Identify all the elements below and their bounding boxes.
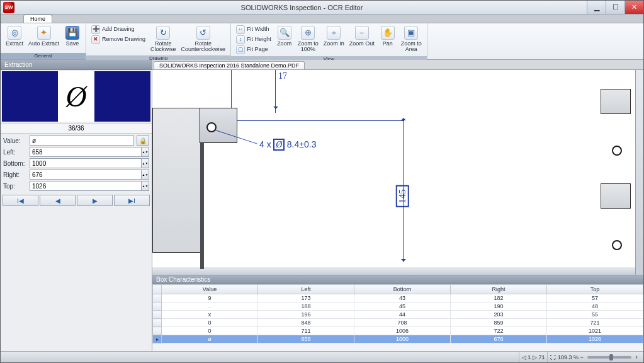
right-bracket-2 (601, 183, 631, 209)
remove-drawing-icon: ✖ (91, 35, 100, 44)
fit-width-button[interactable]: ↔Fit Width (234, 25, 274, 35)
zoom-slider[interactable] (587, 356, 631, 359)
cell[interactable]: 1026 (547, 335, 643, 343)
col-left[interactable]: Left (258, 285, 354, 294)
page-prev-icon[interactable]: ◁ (522, 354, 526, 360)
zoom-button[interactable]: 🔍Zoom (274, 25, 295, 48)
nav-last-button[interactable]: ▶Ⅰ (114, 195, 150, 206)
left-spinner[interactable]: ▲▼ (142, 147, 149, 157)
tab-home[interactable]: Home (23, 14, 52, 23)
add-drawing-button[interactable]: ➕Add Drawing (89, 25, 148, 35)
zoom-in-button[interactable]: ＋Zoom In (321, 25, 347, 48)
top-label: Top: (3, 183, 30, 190)
fit-height-button[interactable]: ↕Fit Height (234, 35, 274, 45)
cell[interactable]: x (162, 311, 258, 319)
cell[interactable]: 859 (451, 319, 547, 327)
fit-page-icon: ▢ (236, 45, 245, 54)
table-row[interactable]: ø65810006761026 (153, 335, 643, 343)
cell[interactable]: ø (162, 335, 258, 343)
cell[interactable]: 721 (547, 319, 643, 327)
ribbon-tab-strip: Home (1, 14, 643, 23)
cell[interactable]: 182 (451, 294, 547, 302)
cell[interactable]: . (162, 302, 258, 311)
zoom-out-button[interactable]: －Zoom Out (347, 25, 377, 48)
rotate-cw-icon: ↻ (156, 26, 170, 40)
cell[interactable]: 708 (354, 319, 451, 327)
cell[interactable]: 0 (162, 319, 258, 327)
right-spinner[interactable]: ▲▼ (142, 170, 149, 180)
right-label: Right: (3, 171, 30, 178)
cell[interactable]: 173 (258, 294, 354, 302)
left-input[interactable] (30, 147, 142, 157)
cell[interactable]: 848 (258, 319, 354, 327)
col-right[interactable]: Right (451, 285, 547, 294)
cell[interactable]: 1006 (354, 327, 451, 335)
cell[interactable]: 658 (258, 335, 354, 343)
close-button[interactable]: ✕ (624, 1, 643, 14)
lock-button[interactable]: 🔒 (137, 135, 149, 146)
cell[interactable]: 190 (451, 302, 547, 311)
rotate-cw-button[interactable]: ↻Rotate Clockwise (148, 25, 179, 54)
cell[interactable]: 196 (258, 311, 354, 319)
window-title: SOLIDWORKS Inspection - OCR Editor (17, 4, 587, 11)
cell[interactable]: 203 (451, 311, 547, 319)
right-input[interactable] (30, 170, 142, 180)
remove-drawing-button[interactable]: ✖Remove Drawing (89, 35, 148, 45)
col-top[interactable]: Top (547, 285, 643, 294)
auto-extract-button[interactable]: ✦Auto Extract (26, 25, 62, 48)
dim-145: 145 (396, 185, 409, 207)
row-header (153, 302, 162, 311)
maximize-button[interactable]: ☐ (606, 1, 624, 14)
extract-button[interactable]: ◎Extract (3, 25, 26, 48)
cell[interactable]: 1021 (547, 327, 643, 335)
table-row[interactable]: 91734318257 (153, 294, 643, 302)
cell[interactable]: 676 (451, 335, 547, 343)
cell[interactable]: 9 (162, 294, 258, 302)
page-next-icon[interactable]: ▷ (533, 354, 537, 360)
nav-next-button[interactable]: ▶ (77, 195, 113, 206)
page-current: 1 (528, 354, 531, 360)
save-button[interactable]: 💾Save (62, 25, 83, 48)
cell[interactable]: 711 (258, 327, 354, 335)
cell[interactable]: 48 (547, 302, 643, 311)
col-value[interactable]: Value (162, 285, 258, 294)
minimize-button[interactable]: ▁ (587, 1, 606, 14)
table-row[interactable]: 0848708859721 (153, 319, 643, 327)
zoom-100-button[interactable]: ⊕Zoom to 100% (295, 25, 321, 54)
table-row[interactable]: 071110067221021 (153, 327, 643, 335)
cell[interactable]: 0 (162, 327, 258, 335)
bottom-input[interactable] (30, 158, 142, 168)
zoom-area-button[interactable]: ▣Zoom to Area (398, 25, 424, 54)
table-row[interactable]: .1884519048 (153, 302, 643, 311)
dim-17: 17 (278, 71, 287, 81)
cell[interactable]: 55 (547, 311, 643, 319)
table-row[interactable]: x1964420355 (153, 311, 643, 319)
cell[interactable]: 45 (354, 302, 451, 311)
row-header (153, 327, 162, 335)
part-left (152, 108, 203, 253)
cell[interactable]: 188 (258, 302, 354, 311)
box-characteristics-table: Value Left Bottom Right Top 91734318257.… (152, 284, 643, 343)
cell[interactable]: 722 (451, 327, 547, 335)
bottom-spinner[interactable]: ▲▼ (142, 158, 149, 168)
zoom-plus-icon[interactable]: + (635, 354, 638, 360)
nav-first-button[interactable]: Ⅰ◀ (3, 195, 38, 206)
col-bottom[interactable]: Bottom (354, 285, 451, 294)
document-tab[interactable]: SOLIDWORKS Inspection 2016 Standalone De… (154, 61, 305, 69)
titlebar: SW SOLIDWORKS Inspection - OCR Editor ▁ … (1, 1, 643, 14)
zoom-minus-icon[interactable]: − (579, 354, 584, 360)
pan-button[interactable]: ✋Pan (377, 25, 398, 48)
cell[interactable]: 43 (354, 294, 451, 302)
top-spinner[interactable]: ▲▼ (142, 181, 149, 191)
value-input[interactable] (30, 135, 134, 146)
rotate-ccw-button[interactable]: ↺Rotate Counterclockwise (179, 25, 229, 54)
fit-page-button[interactable]: ▢Fit Page (234, 45, 274, 55)
nav-prev-button[interactable]: ◀ (40, 195, 76, 206)
cell[interactable]: 1000 (354, 335, 451, 343)
box-characteristics-grid[interactable]: Value Left Bottom Right Top 91734318257.… (152, 284, 643, 351)
drawing-canvas[interactable]: 17 4 x Ø 8.4±0.3 145 (152, 70, 636, 267)
top-input[interactable] (30, 181, 142, 191)
zoom-fit-icon[interactable]: ⛶ (550, 354, 556, 360)
cell[interactable]: 57 (547, 294, 643, 302)
cell[interactable]: 44 (354, 311, 451, 319)
